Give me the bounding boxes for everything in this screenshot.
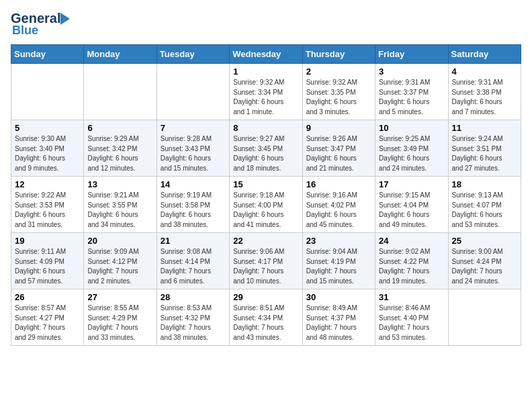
day-info: Sunrise: 9:32 AM Sunset: 3:34 PM Dayligh… [233,78,298,117]
calendar-cell: 24Sunrise: 9:02 AM Sunset: 4:22 PM Dayli… [375,233,448,289]
calendar-cell: 18Sunrise: 9:13 AM Sunset: 4:07 PM Dayli… [448,177,521,233]
day-number: 12 [15,179,80,189]
day-number: 11 [452,123,517,133]
day-of-week-header: Wednesday [230,45,302,64]
calendar-cell: 19Sunrise: 9:11 AM Sunset: 4:09 PM Dayli… [11,233,84,289]
calendar-week-row: 1Sunrise: 9:32 AM Sunset: 3:34 PM Daylig… [11,64,521,120]
day-info: Sunrise: 9:31 AM Sunset: 3:37 PM Dayligh… [379,78,444,117]
day-of-week-header: Monday [84,45,157,64]
day-number: 16 [306,179,371,189]
calendar-cell: 20Sunrise: 9:09 AM Sunset: 4:12 PM Dayli… [84,233,157,289]
day-number: 30 [306,292,371,302]
calendar-week-row: 5Sunrise: 9:30 AM Sunset: 3:40 PM Daylig… [11,120,521,177]
calendar-cell: 27Sunrise: 8:55 AM Sunset: 4:29 PM Dayli… [84,289,157,346]
calendar-week-row: 19Sunrise: 9:11 AM Sunset: 4:09 PM Dayli… [11,233,521,289]
day-info: Sunrise: 9:04 AM Sunset: 4:19 PM Dayligh… [306,247,371,286]
calendar-week-row: 12Sunrise: 9:22 AM Sunset: 3:53 PM Dayli… [11,177,521,233]
day-number: 10 [379,123,444,133]
calendar-cell [84,64,157,120]
day-info: Sunrise: 9:11 AM Sunset: 4:09 PM Dayligh… [15,247,80,286]
day-number: 3 [379,66,444,77]
calendar-cell: 3Sunrise: 9:31 AM Sunset: 3:37 PM Daylig… [375,64,448,120]
day-info: Sunrise: 9:21 AM Sunset: 3:55 PM Dayligh… [87,191,152,230]
day-info: Sunrise: 9:18 AM Sunset: 4:00 PM Dayligh… [233,191,298,230]
calendar-cell: 17Sunrise: 9:15 AM Sunset: 4:04 PM Dayli… [375,177,448,233]
logo-blue-text: Blue [12,24,75,38]
day-of-week-header: Thursday [302,45,375,64]
day-number: 31 [379,292,444,302]
day-info: Sunrise: 9:09 AM Sunset: 4:12 PM Dayligh… [87,247,152,286]
day-number: 5 [15,123,80,133]
calendar-cell: 25Sunrise: 9:00 AM Sunset: 4:24 PM Dayli… [448,233,521,289]
calendar-cell: 5Sunrise: 9:30 AM Sunset: 3:40 PM Daylig… [11,120,84,177]
calendar-cell: 30Sunrise: 8:49 AM Sunset: 4:37 PM Dayli… [302,289,375,346]
day-info: Sunrise: 8:49 AM Sunset: 4:37 PM Dayligh… [306,304,371,342]
day-info: Sunrise: 9:29 AM Sunset: 3:42 PM Dayligh… [87,134,152,173]
calendar-cell: 29Sunrise: 8:51 AM Sunset: 4:34 PM Dayli… [230,289,302,346]
calendar-cell: 11Sunrise: 9:24 AM Sunset: 3:51 PM Dayli… [448,120,521,177]
day-number: 26 [15,292,80,302]
calendar-cell: 12Sunrise: 9:22 AM Sunset: 3:53 PM Dayli… [11,177,84,233]
day-number: 27 [87,292,152,302]
calendar-cell: 2Sunrise: 9:32 AM Sunset: 3:35 PM Daylig… [302,64,375,120]
day-number: 1 [233,66,298,77]
day-number: 25 [452,236,517,246]
day-of-week-header: Saturday [448,45,521,64]
calendar-cell: 21Sunrise: 9:08 AM Sunset: 4:14 PM Dayli… [157,233,229,289]
day-info: Sunrise: 9:13 AM Sunset: 4:07 PM Dayligh… [452,191,517,230]
calendar-cell: 13Sunrise: 9:21 AM Sunset: 3:55 PM Dayli… [84,177,157,233]
calendar-table: SundayMondayTuesdayWednesdayThursdayFrid… [11,44,521,346]
day-number: 24 [379,236,444,246]
calendar-cell [11,64,84,120]
day-number: 23 [306,236,371,246]
day-number: 4 [452,66,517,77]
day-info: Sunrise: 9:30 AM Sunset: 3:40 PM Dayligh… [15,134,80,173]
day-of-week-header: Tuesday [157,45,229,64]
day-number: 9 [306,123,371,133]
day-number: 14 [161,179,226,189]
day-info: Sunrise: 9:31 AM Sunset: 3:38 PM Dayligh… [452,78,517,117]
calendar-cell: 10Sunrise: 9:25 AM Sunset: 3:49 PM Dayli… [375,120,448,177]
calendar-cell: 22Sunrise: 9:06 AM Sunset: 4:17 PM Dayli… [230,233,302,289]
day-info: Sunrise: 9:25 AM Sunset: 3:49 PM Dayligh… [379,134,444,173]
day-info: Sunrise: 9:00 AM Sunset: 4:24 PM Dayligh… [452,247,517,286]
day-info: Sunrise: 9:19 AM Sunset: 3:58 PM Dayligh… [161,191,226,230]
day-info: Sunrise: 9:24 AM Sunset: 3:51 PM Dayligh… [452,134,517,173]
logo-arrow-icon [60,13,75,25]
day-number: 29 [233,292,298,302]
day-info: Sunrise: 8:51 AM Sunset: 4:34 PM Dayligh… [233,304,298,342]
calendar-cell [157,64,229,120]
day-info: Sunrise: 8:46 AM Sunset: 4:40 PM Dayligh… [379,304,444,342]
day-of-week-header: Friday [375,45,448,64]
calendar-cell: 23Sunrise: 9:04 AM Sunset: 4:19 PM Dayli… [302,233,375,289]
day-info: Sunrise: 9:26 AM Sunset: 3:47 PM Dayligh… [306,134,371,173]
day-info: Sunrise: 9:22 AM Sunset: 3:53 PM Dayligh… [15,191,80,230]
calendar-cell [448,289,521,346]
day-number: 6 [87,123,152,133]
page-header: General Blue [11,11,521,38]
day-number: 2 [306,66,371,77]
day-info: Sunrise: 8:55 AM Sunset: 4:29 PM Dayligh… [87,304,152,342]
calendar-cell: 6Sunrise: 9:29 AM Sunset: 3:42 PM Daylig… [84,120,157,177]
day-number: 7 [161,123,226,133]
calendar-cell: 15Sunrise: 9:18 AM Sunset: 4:00 PM Dayli… [230,177,302,233]
day-number: 18 [452,179,517,189]
day-number: 19 [15,236,80,246]
day-info: Sunrise: 9:16 AM Sunset: 4:02 PM Dayligh… [306,191,371,230]
calendar-cell: 26Sunrise: 8:57 AM Sunset: 4:27 PM Dayli… [11,289,84,346]
calendar-cell: 14Sunrise: 9:19 AM Sunset: 3:58 PM Dayli… [157,177,229,233]
day-number: 21 [161,236,226,246]
calendar-cell: 7Sunrise: 9:28 AM Sunset: 3:43 PM Daylig… [157,120,229,177]
day-info: Sunrise: 9:27 AM Sunset: 3:45 PM Dayligh… [233,134,298,173]
day-info: Sunrise: 9:08 AM Sunset: 4:14 PM Dayligh… [161,247,226,286]
day-number: 15 [233,179,298,189]
day-info: Sunrise: 8:57 AM Sunset: 4:27 PM Dayligh… [15,304,80,342]
calendar-cell: 16Sunrise: 9:16 AM Sunset: 4:02 PM Dayli… [302,177,375,233]
calendar-cell: 1Sunrise: 9:32 AM Sunset: 3:34 PM Daylig… [230,64,302,120]
day-number: 13 [87,179,152,189]
day-info: Sunrise: 9:15 AM Sunset: 4:04 PM Dayligh… [379,191,444,230]
day-number: 22 [233,236,298,246]
calendar-cell: 9Sunrise: 9:26 AM Sunset: 3:47 PM Daylig… [302,120,375,177]
day-info: Sunrise: 9:06 AM Sunset: 4:17 PM Dayligh… [233,247,298,286]
day-of-week-header: Sunday [11,45,84,64]
